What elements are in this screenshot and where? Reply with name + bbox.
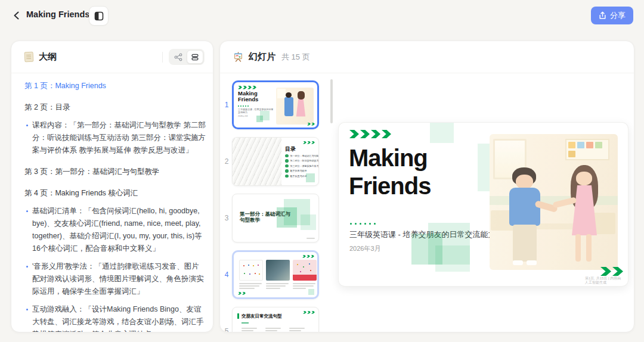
slides-page-count: 共 15 页 <box>281 52 310 63</box>
thumbnail-photo <box>276 88 314 125</box>
slides-panel-header: 幻灯片 共 15 页 <box>220 41 634 73</box>
back-icon <box>13 11 21 20</box>
slide-footer: 第1页, 共15页 | 内容由人工智能生成 <box>585 267 623 285</box>
outline-bullet[interactable]: '音形义用'教学法：「通过韵律歌谣练习发音、图片配对游戏认读词形、情境图片理解词… <box>24 260 206 298</box>
chevron-decoration <box>303 141 315 144</box>
accent-bar <box>237 313 239 319</box>
outline-bullet[interactable]: 基础词汇清单：「包含问候词汇(hello, hi, goodbye, bye)、… <box>24 205 206 255</box>
easel-icon <box>233 52 243 62</box>
micro-columns <box>242 328 305 331</box>
slides-panel: 幻灯片 共 15 页 1 Making Friends 三年级英语课 - 培养交… <box>219 41 634 332</box>
thumbnail-number: 5 <box>222 327 231 333</box>
green-square <box>435 245 470 272</box>
thumbnail-number: 4 <box>222 271 231 279</box>
header-divider <box>162 52 163 63</box>
micro-footer <box>306 238 315 239</box>
chevron-decoration <box>303 311 315 314</box>
slide-thumbnail-row: 4 <box>222 249 319 300</box>
slide-date: 2026年3月 <box>349 244 381 253</box>
slides-panel-title: 幻灯片 <box>249 51 275 63</box>
thumbnail-number: 1 <box>222 101 231 109</box>
slide-title: Making Friends <box>349 144 431 200</box>
slide-thumbnail-row: 1 Making Friends 三年级英语课 - 培养交朋友的日常交流能力 2… <box>222 79 319 130</box>
outline-panel-title: 大纲 <box>39 51 57 63</box>
outline-page-1[interactable]: 第 1 页：Making Friends <box>24 80 206 92</box>
thumbnail-title: 第一部分：基础词汇与句型教学 <box>240 211 295 223</box>
list-view-button[interactable] <box>187 50 203 64</box>
texture-decoration <box>233 138 281 185</box>
share-button[interactable]: 分享 <box>591 7 633 24</box>
thumbnail-image-cards <box>239 260 317 289</box>
share-button-label: 分享 <box>610 10 626 21</box>
outline-bullet[interactable]: 互动游戏融入：「设计Making Friends Bingo、友谊大转盘、词汇接… <box>24 303 206 332</box>
share-icon <box>599 11 606 20</box>
green-square <box>308 289 314 295</box>
outline-view-toggle <box>169 49 205 65</box>
outline-panel-header: 大纲 <box>11 41 213 73</box>
outline-page-3[interactable]: 第 3 页：第一部分：基础词汇与句型教学 <box>24 166 206 178</box>
chevron-decoration <box>302 255 314 258</box>
toc-item: 第三部分：课堂实施方案与评价体系 <box>290 164 320 167</box>
outline-bullet[interactable]: 课程内容：「第一部分：基础词汇与句型教学 第二部分：听说技能训练与互动活动 第三… <box>24 119 206 157</box>
chevron-decoration <box>238 292 246 295</box>
toc-item: 教学拓展与延伸 <box>290 169 307 172</box>
chevron-decoration <box>307 123 315 126</box>
dots-decoration <box>350 223 376 225</box>
chevron-decoration <box>349 130 391 138</box>
thumbnail-scrollbar[interactable] <box>330 79 333 123</box>
outline-page-2[interactable]: 第 2 页：目录 <box>24 101 206 114</box>
slide-thumbnail-3[interactable]: 第一部分：基础词汇与句型教学 <box>232 194 319 242</box>
slide-footer-text: 第1页, 共15页 | 内容由人工智能生成 <box>585 276 623 285</box>
thumbnail-number: 3 <box>222 214 231 222</box>
slide-thumbnail-2[interactable]: 目录 第一部分：基础词汇与句型教学 第二部分：听说技能训练与互动活动 第三部分：… <box>232 137 319 186</box>
green-square <box>430 123 454 143</box>
dots-decoration <box>238 105 249 107</box>
document-title: Making Friends <box>26 10 89 19</box>
chevron-decoration <box>238 86 256 89</box>
green-square <box>301 214 316 230</box>
accent-underline <box>242 322 249 324</box>
mindmap-view-button[interactable] <box>170 50 187 64</box>
back-button[interactable] <box>10 8 24 23</box>
mindmap-icon <box>174 53 182 61</box>
slide-preview: Making Friends 三年级英语课 - 培养交朋友的日常交流能力 202… <box>339 123 628 286</box>
topbar: Making Friends 分享 <box>0 0 644 31</box>
green-square <box>256 116 263 122</box>
panel-layout-toggle-button[interactable] <box>89 6 109 26</box>
green-square <box>306 173 315 182</box>
outline-content: 第 1 页：Making Friends 第 2 页：目录 课程内容：「第一部分… <box>24 76 206 332</box>
thumbnail-title: 交朋友日常交流句型 <box>242 313 282 319</box>
toc-item: 第二部分：听说技能训练与互动活动 <box>290 159 320 162</box>
chevron-decoration <box>600 267 623 276</box>
list-view-icon <box>191 53 199 61</box>
thumbnail-title: 目录 <box>285 145 296 153</box>
outline-panel: 大纲 第 1 页：Making Friends 第 2 页：目录 <box>11 41 213 332</box>
outline-page-4[interactable]: 第 4 页：Making Friends 核心词汇 <box>24 187 206 200</box>
slide-thumbnail-row: 3 第一部分：基础词汇与句型教学 <box>222 192 319 243</box>
slide-photo <box>490 134 618 270</box>
slide-thumbnail-5[interactable]: 交朋友日常交流句型 <box>232 307 319 333</box>
panel-layout-icon <box>94 11 104 21</box>
slide-thumbnail-row: 2 目录 第一部分：基础词汇与句型教学 第二部分：听说技能训练与互动活动 第三部… <box>222 136 319 186</box>
toc-item: 教学反思与改进 <box>290 175 307 178</box>
slide-thumbnail-row: 5 交朋友日常交流句型 <box>222 306 319 332</box>
slide-thumbnail-4[interactable] <box>232 250 319 299</box>
toc-item: 第一部分：基础词汇与句型教学 <box>290 154 320 157</box>
thumbnail-number: 2 <box>222 157 231 166</box>
thumbnail-title: Making Friends <box>238 91 264 103</box>
slide-thumbnail-1[interactable]: Making Friends 三年级英语课 - 培养交朋友的日常交流能力 202… <box>232 80 319 129</box>
thumbnail-date: 2026年3月 <box>238 115 248 117</box>
memo-icon <box>24 52 34 63</box>
